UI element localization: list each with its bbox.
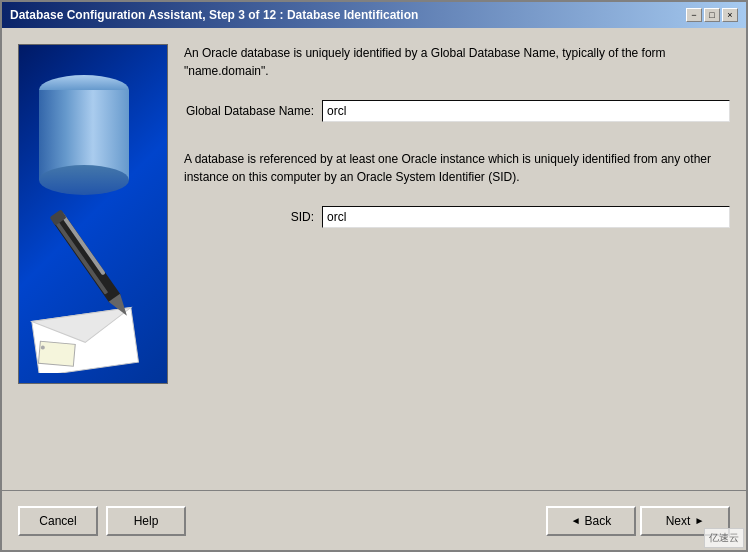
sid-label: SID: <box>184 210 314 224</box>
main-window: Database Configuration Assistant, Step 3… <box>0 0 748 552</box>
pen-illustration <box>24 193 164 373</box>
cylinder-bottom <box>39 165 129 195</box>
minimize-button[interactable]: − <box>686 8 702 22</box>
bottom-right-buttons: ◄ Back Next ► <box>546 506 730 536</box>
window-controls: − □ × <box>686 8 738 22</box>
right-panel: An Oracle database is uniquely identifie… <box>184 44 730 474</box>
svg-rect-5 <box>53 219 108 295</box>
title-bar: Database Configuration Assistant, Step 3… <box>2 2 746 28</box>
global-db-name-label: Global Database Name: <box>184 104 314 118</box>
cancel-button[interactable]: Cancel <box>18 506 98 536</box>
description-1: An Oracle database is uniquely identifie… <box>184 44 730 80</box>
bottom-left-buttons: Cancel Help <box>18 506 186 536</box>
svg-rect-6 <box>59 212 105 276</box>
sid-input[interactable] <box>322 206 730 228</box>
watermark: 亿速云 <box>704 528 744 548</box>
global-db-name-row: Global Database Name: <box>184 100 730 122</box>
back-arrow-icon: ◄ <box>571 515 581 526</box>
maximize-button[interactable]: □ <box>704 8 720 22</box>
description-2: A database is referenced by at least one… <box>184 150 730 186</box>
panel-background <box>19 45 167 383</box>
bottom-bar: Cancel Help ◄ Back Next ► <box>2 490 746 550</box>
database-icon <box>39 75 129 185</box>
content-area: An Oracle database is uniquely identifie… <box>2 28 746 490</box>
back-button[interactable]: ◄ Back <box>546 506 636 536</box>
sid-row: SID: <box>184 206 730 228</box>
left-panel-illustration <box>18 44 168 384</box>
svg-rect-2 <box>38 341 75 366</box>
close-button[interactable]: × <box>722 8 738 22</box>
help-button[interactable]: Help <box>106 506 186 536</box>
next-label: Next <box>666 514 691 528</box>
window-title: Database Configuration Assistant, Step 3… <box>10 8 418 22</box>
svg-rect-4 <box>52 213 121 303</box>
global-db-name-input[interactable] <box>322 100 730 122</box>
back-label: Back <box>585 514 612 528</box>
next-arrow-icon: ► <box>694 515 704 526</box>
